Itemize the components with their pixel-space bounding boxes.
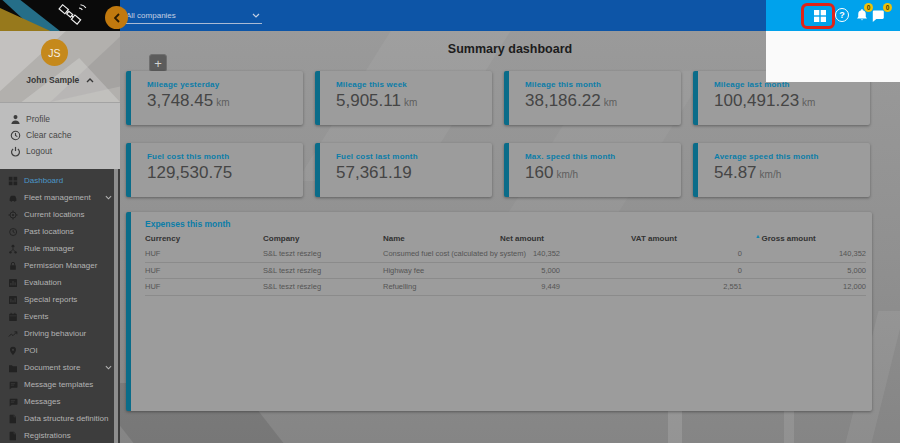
cell-company: S&L teszt részleg [263, 249, 383, 258]
chat-icon [8, 397, 24, 407]
profile-section: JS John Sample [0, 31, 120, 103]
card-value: 54.87km/h [714, 163, 870, 183]
cell-company: S&L teszt részleg [263, 282, 383, 291]
document-icon [8, 414, 24, 424]
cell-vat-amount: 0 [560, 266, 742, 275]
sidebar-item-document-store[interactable]: Document store [0, 359, 120, 376]
cell-net-amount: 5,000 [500, 266, 560, 275]
column-header-currency[interactable]: Currency [145, 234, 263, 243]
metric-card-mileage-this-week: Mileage this week 5,905.11km [315, 71, 492, 125]
chat-bubble-icon [871, 9, 885, 23]
sidebar-item-special-reports[interactable]: Special reports [0, 291, 120, 308]
sidebar-item-evaluation[interactable]: Evaluation [0, 274, 120, 291]
cell-name: Highway fee [383, 266, 500, 275]
person-icon [10, 114, 26, 125]
tour-highlight-box [801, 3, 835, 29]
sidebar: JS John Sample Profile Clear cache Logou… [0, 31, 120, 443]
card-unit: km/h [760, 169, 782, 180]
metric-card-average-speed-this-month: Average speed this month 54.87km/h [693, 143, 870, 197]
company-select-value: All companies [124, 11, 176, 20]
company-filter-select[interactable]: All companies [124, 7, 262, 24]
column-header-company[interactable]: Company [263, 234, 383, 243]
hierarchy-icon [8, 244, 24, 254]
calendar-icon [8, 312, 24, 322]
sidebar-collapse-button[interactable] [105, 6, 128, 29]
table-row: HUF S&L teszt részleg Refuelling 9,449 2… [145, 279, 866, 296]
sidebar-item-message-templates[interactable]: Message templates [0, 376, 120, 393]
sidebar-item-dashboard[interactable]: Dashboard [0, 172, 120, 189]
sidebar-item-rule-manager[interactable]: Rule manager [0, 240, 120, 257]
table-header-row: Currency Company Name Net amount VAT amo… [145, 230, 866, 246]
cell-net-amount: 140,352 [500, 249, 560, 258]
cell-vat-amount: 0 [560, 249, 742, 258]
document-icon [8, 431, 24, 441]
messages-button[interactable] [871, 9, 885, 26]
satellite-logo-icon [50, 2, 92, 29]
help-icon: ? [839, 10, 845, 20]
account-item-profile[interactable]: Profile [0, 111, 120, 127]
target-icon [8, 210, 24, 220]
tour-spotlight-area [766, 31, 900, 82]
history-icon [8, 227, 24, 237]
cell-gross-amount: 140,352 [742, 249, 866, 258]
card-unit: km [802, 97, 815, 108]
card-value: 160km/h [525, 163, 681, 183]
sidebar-item-past-locations[interactable]: Past locations [0, 223, 120, 240]
account-item-label: Profile [26, 114, 50, 124]
dashboard-icon [8, 176, 24, 186]
help-button[interactable]: ? [835, 8, 849, 22]
card-value: 3,748.45km [147, 91, 303, 111]
account-menu: Profile Clear cache Logout [0, 103, 120, 169]
column-header-name[interactable]: Name [383, 234, 500, 243]
user-menu-toggle[interactable]: John Sample [0, 75, 120, 85]
card-label: Mileage yesterday [147, 80, 303, 89]
avatar[interactable]: JS [41, 39, 68, 66]
metric-card-mileage-yesterday: Mileage yesterday 3,748.45km [126, 71, 303, 125]
sidebar-item-events[interactable]: Events [0, 308, 120, 325]
column-header-vat-amount[interactable]: VAT amount [560, 234, 742, 243]
column-header-gross-amount[interactable]: ▲Gross amount [742, 234, 866, 243]
metric-card-fuel-cost-last-month: Fuel cost last month 57,361.19 [315, 143, 492, 197]
sort-asc-icon: ▲ [755, 233, 760, 239]
sidebar-item-registrations[interactable]: Registrations [0, 427, 120, 443]
card-label: Fuel cost this month [147, 152, 303, 161]
brand-logo[interactable] [0, 0, 120, 31]
chevron-down-icon [105, 195, 112, 200]
card-label: Mileage this week [336, 80, 492, 89]
user-name: John Sample [26, 75, 79, 85]
sidebar-item-permission-manager[interactable]: Permission Manager [0, 257, 120, 274]
cell-currency: HUF [145, 282, 263, 291]
sidebar-item-fleet-management[interactable]: Fleet management [0, 189, 120, 206]
chart-box-icon [8, 278, 24, 288]
sidebar-scrollbar[interactable] [114, 169, 118, 443]
app-window: All companies ? 0 0 [0, 0, 900, 443]
expenses-table-card: Expenses this month Currency Company Nam… [126, 212, 872, 411]
card-value: 129,530.75 [147, 163, 303, 183]
sidebar-item-poi[interactable]: POI [0, 342, 120, 359]
card-value: 100,491.23km [714, 91, 870, 111]
column-header-net-amount[interactable]: Net amount [500, 234, 560, 243]
cell-name: Consumed fuel cost (calculated by system… [383, 249, 500, 258]
sidebar-item-current-locations[interactable]: Current locations [0, 206, 120, 223]
add-widget-button[interactable]: + [149, 54, 167, 72]
cell-currency: HUF [145, 266, 263, 275]
metric-card-mileage-this-month: Mileage this month 38,186.22km [504, 71, 681, 125]
chevron-up-icon [86, 78, 94, 83]
trend-icon [8, 329, 24, 339]
lock-icon [8, 261, 24, 271]
car-icon [8, 193, 24, 203]
card-unit: km [604, 97, 617, 108]
notifications-button[interactable] [855, 8, 869, 26]
sidebar-item-data-structure-definition[interactable]: Data structure definition [0, 410, 120, 427]
table-row: HUF S&L teszt részleg Highway fee 5,000 … [145, 263, 866, 280]
sidebar-item-driving-behaviour[interactable]: Driving behaviour [0, 325, 120, 342]
card-label: Average speed this month [714, 152, 870, 161]
account-item-logout[interactable]: Logout [0, 143, 120, 159]
sidebar-item-messages[interactable]: Messages [0, 393, 120, 410]
card-label: Max. speed this month [525, 152, 681, 161]
clock-icon [10, 130, 26, 141]
table-row: HUF S&L teszt részleg Consumed fuel cost… [145, 246, 866, 263]
account-item-clear-cache[interactable]: Clear cache [0, 127, 120, 143]
map-pin-icon [8, 346, 24, 356]
cell-company: S&L teszt részleg [263, 266, 383, 275]
